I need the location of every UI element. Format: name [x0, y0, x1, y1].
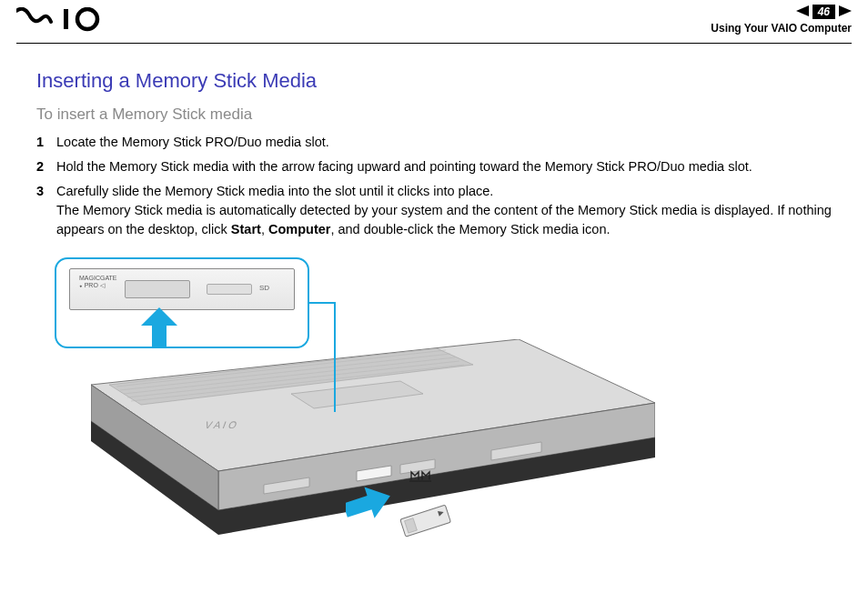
- label-bottom: PRO: [85, 282, 98, 288]
- header-right: 46 Using Your VAIO Computer: [711, 4, 852, 35]
- memorystick-slot: [125, 280, 190, 298]
- page-subtitle: To insert a Memory Stick media: [36, 106, 832, 124]
- up-arrow-icon: [141, 307, 177, 351]
- step-text: Locate the Memory Stick PRO/Duo media sl…: [56, 135, 329, 149]
- svg-marker-3: [839, 5, 852, 16]
- page-content: Inserting a Memory Stick Media To insert…: [0, 44, 868, 585]
- slot-callout: MAGICGATE ⬥ PRO ◁ SD: [55, 257, 309, 348]
- vaio-logo: [16, 7, 116, 33]
- steps-list: Locate the Memory Stick PRO/Duo media sl…: [36, 133, 832, 239]
- page-number: 46: [812, 5, 835, 19]
- slot-panel: MAGICGATE ⬥ PRO ◁ SD: [69, 268, 295, 310]
- instruction-figure: MAGICGATE ⬥ PRO ◁ SD: [55, 257, 691, 585]
- page-header: 46 Using Your VAIO Computer: [16, 0, 852, 44]
- slot-label-magicgate: MAGICGATE ⬥ PRO ◁: [79, 275, 116, 288]
- next-arrow-icon[interactable]: [839, 4, 852, 20]
- step-bold-computer: Computer: [268, 222, 330, 236]
- label-top: MAGICGATE: [79, 275, 116, 281]
- step-line1: Carefully slide the Memory Stick media i…: [56, 184, 493, 198]
- svg-marker-21: [346, 485, 395, 526]
- svg-marker-2: [796, 5, 809, 16]
- sd-slot: [207, 284, 252, 295]
- insert-arrow-icon: [346, 485, 404, 534]
- svg-rect-0: [64, 9, 68, 29]
- step-text: Hold the Memory Stick media with the arr…: [56, 159, 752, 174]
- step-1: Locate the Memory Stick PRO/Duo media sl…: [36, 133, 832, 152]
- page-title: Inserting a Memory Stick Media: [36, 69, 832, 93]
- section-label: Using Your VAIO Computer: [711, 22, 852, 35]
- step-3: Carefully slide the Memory Stick media i…: [36, 182, 832, 239]
- step-bold-start: Start: [231, 222, 261, 236]
- svg-point-1: [77, 9, 97, 29]
- svg-marker-4: [141, 307, 177, 347]
- sd-label: SD: [259, 284, 269, 292]
- memorystick-card: [399, 501, 462, 545]
- step-sep: ,: [261, 222, 268, 236]
- prev-arrow-icon[interactable]: [796, 4, 809, 20]
- memorystick-logo-icon: [409, 467, 433, 486]
- step-2: Hold the Memory Stick media with the arr…: [36, 157, 832, 176]
- page-nav: 46: [711, 4, 852, 20]
- step-line2-post: , and double-click the Memory Stick medi…: [330, 222, 610, 236]
